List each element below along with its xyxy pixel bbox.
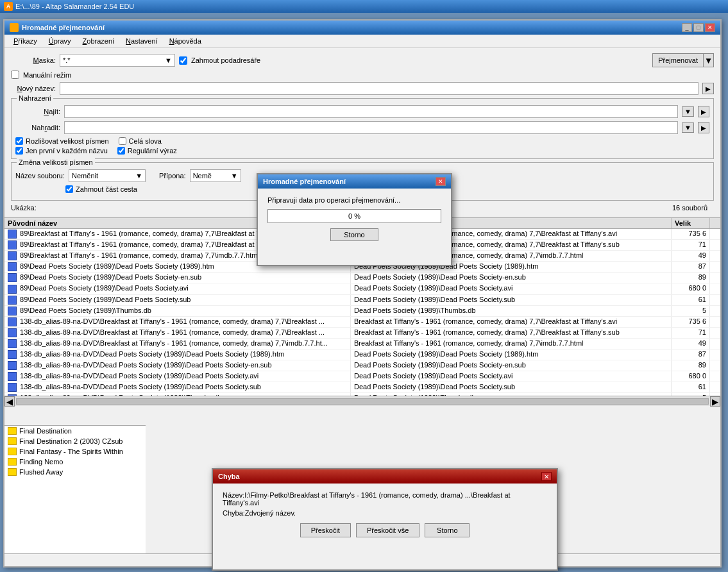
file-icon: [8, 285, 17, 294]
include-path-checkbox[interactable]: [65, 185, 73, 193]
replace-input[interactable]: $2: [64, 121, 678, 134]
find-dropdown-icon[interactable]: ▼: [682, 106, 694, 117]
menu-napoveda[interactable]: Nápověda: [164, 36, 207, 46]
new-name-arrow-button[interactable]: ▶: [702, 83, 714, 94]
menu-zobrazeni[interactable]: Zobrazení: [78, 36, 120, 46]
original-name-cell: 89\Dead Poets Society (1989)\Dead Poets …: [4, 295, 351, 305]
manual-mode-checkbox[interactable]: [11, 71, 19, 79]
file-icon: [8, 296, 17, 305]
new-name-cell: Dead Poets Society (1989)\Dead Poets Soc…: [351, 349, 672, 360]
mask-label: Maska:: [11, 56, 56, 64]
ext-dropdown-icon[interactable]: ▼: [230, 172, 239, 180]
stop-button[interactable]: Storno: [425, 523, 470, 537]
progress-dialog-title-bar: Hromadné přejmenování ✕: [258, 174, 451, 189]
manual-mode-label: Manuální režim: [23, 71, 71, 79]
find-input[interactable]: (.*)\\(.?): [64, 105, 678, 118]
progress-close-button[interactable]: ✕: [436, 177, 446, 186]
folder-icon: [8, 437, 17, 445]
scroll-thumb[interactable]: [16, 398, 709, 405]
mask-dropdown-icon[interactable]: ▼: [164, 56, 173, 64]
dialog-icon: [10, 23, 19, 32]
mask-combo[interactable]: *.* ▼: [60, 54, 175, 67]
list-item[interactable]: Final Destination: [4, 426, 146, 436]
error-dialog-title-bar: Chyba ✕: [213, 469, 557, 484]
main-window: A E:\...\89 - Altap Salamander 2.54 EDU …: [0, 0, 728, 572]
storno-button[interactable]: Storno: [330, 228, 378, 241]
menu-prikazy[interactable]: PPříkazyříkazy: [8, 36, 42, 46]
size-cell: 61: [672, 382, 710, 392]
original-name-cell: 138-db_alias-89-na-DVD\Breakfast at Tiff…: [4, 339, 351, 349]
replacement-section-label: Nahrazení: [17, 94, 53, 102]
find-label: Najít:: [15, 108, 60, 115]
folder-icon: [8, 448, 17, 455]
find-arrow-button[interactable]: ▶: [698, 106, 709, 117]
file-icon: [8, 230, 17, 239]
size-cell: 49: [672, 339, 710, 349]
table-row: 138-db_alias-89-na-DVD\Breakfast at Tiff…: [4, 339, 720, 349]
table-row: 138-db_alias-89-na-DVD\Dead Poets Societ…: [4, 382, 720, 393]
new-name-cell: Breakfast at Tiffany's - 1961 (romance, …: [351, 339, 672, 349]
filename-dropdown-icon[interactable]: ▼: [134, 172, 144, 180]
error-dialog-buttons: Přeskočit Přeskočit vše Storno: [223, 523, 547, 537]
first-only-checkbox[interactable]: [15, 147, 23, 155]
maximize-button[interactable]: □: [693, 23, 704, 32]
new-name-cell: Dead Poets Society (1989)\Thumbs.db: [351, 306, 672, 316]
replace-label: Nahradit:: [15, 124, 60, 131]
new-name-cell: Dead Poets Society (1989)\Dead Poets Soc…: [351, 371, 672, 382]
skip-button[interactable]: Přeskočit: [300, 523, 351, 537]
file-icon: [8, 350, 17, 359]
progress-message: Připravuji data pro operaci přejmenování…: [267, 196, 441, 204]
close-button[interactable]: ✕: [705, 23, 715, 32]
file-icon: [8, 273, 17, 282]
whole-word-checkbox[interactable]: [119, 137, 126, 145]
size-cell: 71: [672, 240, 710, 250]
app-icon: A: [4, 2, 13, 11]
app-title-bar: A E:\...\89 - Altap Salamander 2.54 EDU: [0, 0, 728, 13]
rename-button[interactable]: Přejmenovat: [652, 53, 704, 67]
minimize-button[interactable]: _: [682, 23, 692, 32]
error-line2: Chyba:Zdvojený název.: [223, 509, 547, 517]
progress-bar-container: 0 %: [267, 209, 441, 223]
regex-checkbox[interactable]: [117, 147, 125, 155]
horizontal-scrollbar[interactable]: ◀ ▶: [4, 396, 720, 406]
scroll-left-button[interactable]: ◀: [4, 396, 15, 407]
skip-all-button[interactable]: Přeskočit vše: [356, 523, 419, 537]
original-name-cell: 89\Dead Poets Society (1989)\Thumbs.db: [4, 306, 351, 316]
error-close-button[interactable]: ✕: [541, 472, 552, 481]
size-cell: 5: [672, 306, 710, 316]
folder-label: Final Fantasy - The Spirits Within: [19, 448, 123, 455]
extension-combo[interactable]: Nemě ▼: [190, 169, 241, 182]
include-path-label: Zahmout část cesta: [76, 185, 137, 193]
error-dialog: Chyba ✕ Název:I:\Filmy-Petko\Breakfast a…: [212, 468, 558, 571]
case-sensitive-checkbox[interactable]: [15, 137, 23, 145]
list-item[interactable]: Final Destination 2 (2003) CZsub: [4, 436, 146, 446]
filename-combo[interactable]: Neměnit ▼: [69, 169, 146, 182]
table-row: 89\Dead Poets Society (1989)\Dead Poets …: [4, 283, 720, 294]
size-cell: 61: [672, 295, 710, 305]
folder-label: Final Destination: [19, 427, 72, 435]
table-row: 138-db_alias-89-na-DVD\Breakfast at Tiff…: [4, 328, 720, 339]
file-icon: [8, 262, 17, 271]
replace-arrow-button[interactable]: ▶: [698, 122, 709, 133]
file-icon: [8, 307, 17, 315]
regex-label: Regulární výraz: [128, 147, 177, 155]
table-row: 138-db_alias-89-na-DVD\Dead Poets Societ…: [4, 393, 720, 396]
list-item[interactable]: Finding Nemo: [4, 457, 146, 467]
new-name-cell: Breakfast at Tiffany's - 1961 (romance, …: [351, 328, 672, 338]
size-cell: 680 0: [672, 283, 710, 294]
replace-dropdown-icon[interactable]: ▼: [682, 122, 694, 133]
change-case-label: Změna velikosti písmen: [17, 158, 95, 166]
list-item[interactable]: Final Fantasy - The Spirits Within: [4, 446, 146, 457]
include-subdirs-checkbox[interactable]: [179, 56, 187, 65]
original-name-cell: 138-db_alias-89-na-DVD\Dead Poets Societ…: [4, 349, 351, 360]
menu-nastaveni[interactable]: Nastavení: [121, 36, 163, 46]
original-name-cell: 138-db_alias-89-na-DVD\Dead Poets Societ…: [4, 371, 351, 382]
table-row: 138-db_alias-89-na-DVD\Dead Poets Societ…: [4, 349, 720, 360]
scroll-right-button[interactable]: ▶: [710, 396, 720, 407]
menu-upravy[interactable]: Úpravy: [44, 36, 76, 46]
new-name-input[interactable]: $(OriginalName): [60, 82, 698, 95]
table-row: 89\Dead Poets Society (1989)\Dead Poets …: [4, 273, 720, 283]
error-dialog-title: Chyba: [218, 473, 240, 480]
rename-arrow-button[interactable]: ▼: [704, 53, 714, 67]
list-item[interactable]: Flushed Away: [4, 467, 146, 477]
